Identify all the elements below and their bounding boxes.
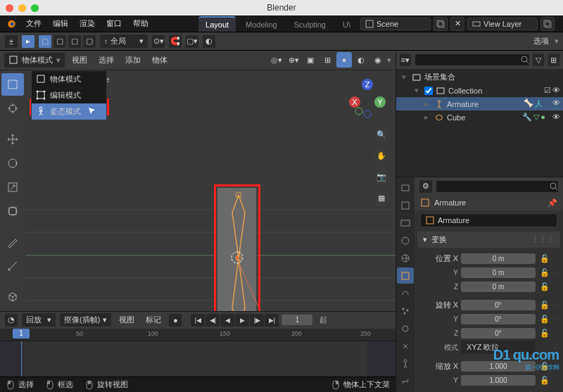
tool-scale[interactable] bbox=[1, 176, 24, 198]
outliner-row-armature[interactable]: ▸ Armature 🦴 人 👁 bbox=[396, 97, 563, 110]
shading-solid[interactable]: ● bbox=[336, 52, 352, 68]
scene-dropdown[interactable]: Scene bbox=[360, 18, 431, 30]
nav-camera-button[interactable]: 📷 bbox=[373, 169, 390, 186]
timeline-menu-view[interactable]: 视图 bbox=[115, 313, 139, 327]
lock-icon[interactable]: 🔓 bbox=[538, 298, 551, 311]
mode-option-object[interactable]: 物体模式 bbox=[32, 71, 106, 87]
cube-mesh[interactable] bbox=[217, 187, 257, 311]
transform-orientation-dropdown[interactable]: ↕全局▾ bbox=[99, 34, 148, 49]
rotation-z-input[interactable]: 0° bbox=[461, 328, 536, 339]
viewport-3d[interactable]: tion | Armature 物体模式 编辑模式 姿态模式 bbox=[25, 70, 396, 311]
prop-tab-data-armature[interactable] bbox=[397, 356, 414, 372]
rotation-y-input[interactable]: 0° bbox=[461, 314, 536, 324]
outliner-display-mode[interactable]: ≡▾ bbox=[399, 53, 412, 67]
select-mode-4[interactable]: ▢ bbox=[82, 34, 96, 49]
prop-tab-viewlayer[interactable] bbox=[397, 215, 414, 231]
timeline-body[interactable]: 1 50 100 150 200 250 bbox=[0, 329, 396, 377]
tool-cursor[interactable] bbox=[1, 97, 24, 120]
lock-icon[interactable]: 🔓 bbox=[538, 327, 551, 339]
workspace-tab-sculpting[interactable]: Sculpting bbox=[287, 16, 333, 32]
exclude-toggle-icon[interactable]: ☑ bbox=[544, 86, 551, 95]
lock-icon[interactable]: 🔓 bbox=[538, 280, 551, 293]
gizmo-visibility-button[interactable]: ◎▾ bbox=[269, 52, 284, 68]
timeline-playhead[interactable]: 1 bbox=[13, 329, 30, 339]
workspace-tab-uv[interactable]: U\ bbox=[336, 16, 358, 32]
outliner-new-collection[interactable]: ⊞ bbox=[548, 53, 560, 67]
prop-tab-object[interactable] bbox=[397, 267, 414, 284]
mode-option-pose[interactable]: 姿态模式 bbox=[32, 103, 106, 120]
tool-measure[interactable] bbox=[1, 255, 24, 277]
rotation-x-input[interactable]: 0° bbox=[461, 300, 536, 310]
overlay-visibility-button[interactable]: ⊕▾ bbox=[286, 52, 301, 68]
nav-pan-button[interactable]: ✋ bbox=[373, 148, 390, 165]
prop-tab-world[interactable] bbox=[397, 250, 414, 266]
viewport-menu-select[interactable]: 选择 bbox=[94, 53, 118, 67]
next-keyframe-button[interactable]: |▶ bbox=[250, 314, 264, 327]
menu-file[interactable]: 文件 bbox=[21, 17, 46, 30]
workspace-tab-modeling[interactable]: Modeling bbox=[239, 16, 284, 32]
menu-edit[interactable]: 编辑 bbox=[48, 17, 73, 30]
select-mode-3[interactable]: ▢ bbox=[68, 34, 82, 49]
modifier-icon[interactable]: 🔧 bbox=[522, 113, 532, 122]
prop-tab-output[interactable] bbox=[397, 197, 414, 213]
viewport-menu-add[interactable]: 添加 bbox=[121, 53, 145, 67]
prop-tab-particles[interactable] bbox=[397, 303, 414, 320]
menu-render[interactable]: 渲染 bbox=[75, 17, 100, 30]
prop-tab-render[interactable] bbox=[397, 179, 414, 196]
shading-rendered[interactable]: ◉ bbox=[370, 52, 386, 68]
play-button[interactable]: ▶ bbox=[235, 314, 249, 327]
menu-help[interactable]: 帮助 bbox=[128, 17, 153, 30]
viewlayer-dropdown[interactable]: View Layer bbox=[467, 18, 538, 30]
scale-y-input[interactable]: 1.000 bbox=[461, 375, 536, 386]
shading-material[interactable]: ◐ bbox=[353, 52, 369, 68]
disclosure-icon[interactable]: ▸ bbox=[422, 99, 431, 108]
close-window-button[interactable] bbox=[6, 4, 13, 12]
tool-annotate[interactable] bbox=[1, 231, 24, 253]
viewport-nav-gizmo[interactable]: Z Y X bbox=[346, 77, 388, 120]
eye-icon[interactable]: 👁 bbox=[552, 99, 560, 109]
prop-tab-modifier[interactable] bbox=[397, 285, 414, 301]
prev-keyframe-button[interactable]: ◀| bbox=[205, 314, 220, 327]
delete-scene-button[interactable]: ✕ bbox=[450, 17, 464, 31]
cursor-tool-button[interactable]: ▸ bbox=[21, 34, 35, 49]
outliner-row-collection[interactable]: ▾ Collection ☑ 👁 bbox=[396, 84, 563, 97]
prop-tab-bone[interactable] bbox=[397, 374, 414, 390]
snap-toggle[interactable]: 🧲 bbox=[168, 34, 182, 49]
viewport-menu-object[interactable]: 物体 bbox=[148, 53, 172, 67]
prop-tab-constraints[interactable] bbox=[397, 339, 414, 355]
select-mode-2[interactable]: ▢ bbox=[53, 34, 67, 49]
disclosure-icon[interactable]: ▸ bbox=[422, 113, 431, 122]
collection-enable-checkbox[interactable] bbox=[424, 87, 433, 95]
tool-add-cube[interactable] bbox=[1, 286, 24, 308]
viewport-menu-view[interactable]: 视图 bbox=[68, 53, 91, 67]
prop-tab-physics[interactable] bbox=[397, 321, 414, 337]
eye-icon[interactable]: 👁 bbox=[552, 86, 560, 95]
timeline-keying-dropdown[interactable]: 抠像(插帧)▾ bbox=[59, 312, 112, 327]
nav-zoom-button[interactable]: 🔍 bbox=[373, 127, 390, 144]
snap-dropdown[interactable]: ▢▾ bbox=[185, 34, 199, 49]
lock-icon[interactable]: 🔓 bbox=[538, 374, 551, 386]
outliner-filter-button[interactable]: ▽ bbox=[532, 53, 545, 67]
eye-icon[interactable]: 👁 bbox=[552, 113, 560, 122]
play-reverse-button[interactable]: ◀ bbox=[220, 314, 234, 327]
tool-select-box[interactable] bbox=[1, 73, 24, 96]
xray-toggle[interactable]: ▣ bbox=[303, 52, 318, 68]
tool-transform[interactable] bbox=[1, 200, 24, 222]
outliner-row-cube[interactable]: ▸ Cube 🔧 ▽ ● 👁 bbox=[396, 110, 563, 124]
lock-icon[interactable]: 🔓 bbox=[538, 252, 551, 265]
mesh-data-icon[interactable]: ▽ bbox=[533, 113, 539, 122]
shading-wireframe[interactable]: ⊞ bbox=[320, 52, 335, 68]
mode-dropdown-button[interactable]: 物体模式 ▾ bbox=[4, 53, 65, 68]
jump-end-button[interactable]: ▶| bbox=[265, 314, 279, 327]
timeline-editor-type[interactable]: ◔ bbox=[4, 313, 18, 327]
lock-icon[interactable]: 🔓 bbox=[538, 312, 551, 325]
timeline-ruler[interactable]: 1 50 100 150 200 250 bbox=[0, 329, 396, 341]
tool-rotate[interactable] bbox=[1, 152, 24, 175]
outliner-row-scene-collection[interactable]: ▾ 场景集合 bbox=[396, 70, 563, 84]
tool-move[interactable] bbox=[1, 128, 24, 151]
location-z-input[interactable]: 0 m bbox=[461, 282, 536, 292]
panel-header-transform[interactable]: ▾ 变换 ⋮⋮⋮ bbox=[417, 232, 560, 248]
auto-key-toggle[interactable]: ● bbox=[168, 313, 182, 327]
jump-start-button[interactable]: |◀ bbox=[191, 314, 205, 327]
location-y-input[interactable]: 0 m bbox=[461, 267, 536, 278]
